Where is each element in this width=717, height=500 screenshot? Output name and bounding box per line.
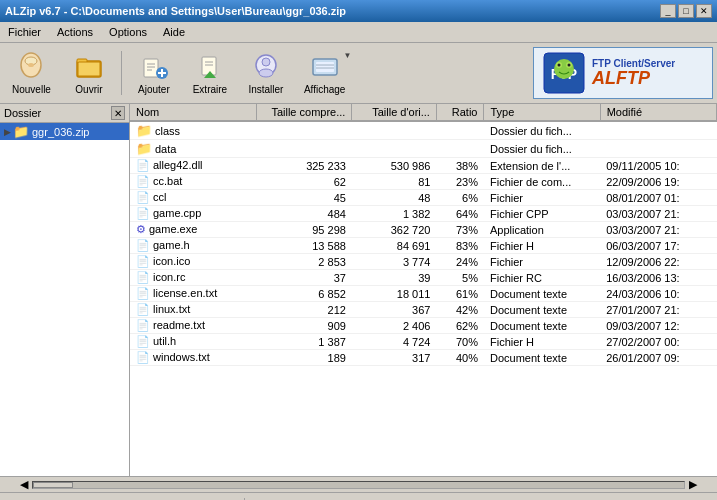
svg-point-30: [568, 64, 571, 67]
col-nom[interactable]: Nom: [130, 104, 257, 121]
table-row[interactable]: 📄windows.txt 189 317 40% Document texte …: [130, 350, 717, 366]
cell-size-comp: 62: [257, 174, 352, 190]
minimize-button[interactable]: _: [660, 4, 676, 18]
cell-name: 📄license.en.txt: [130, 286, 257, 302]
file-icon: 📄: [136, 159, 150, 171]
svg-rect-21: [316, 62, 334, 72]
sidebar-item-zip[interactable]: ▶ 📁 ggr_036.zip: [0, 123, 129, 140]
col-size-orig[interactable]: Taille d'ori...: [352, 104, 437, 121]
cell-modified: 06/03/2007 17:: [600, 238, 716, 254]
table-row[interactable]: ⚙game.exe 95 298 362 720 73% Application…: [130, 222, 717, 238]
sidebar-header-label: Dossier: [4, 107, 41, 119]
cell-size-comp: 95 298: [257, 222, 352, 238]
nouvelle-button[interactable]: Nouvelle: [4, 49, 59, 97]
cell-name: 📄game.h: [130, 238, 257, 254]
table-row[interactable]: 📄readme.txt 909 2 406 62% Document texte…: [130, 318, 717, 334]
col-size-comp[interactable]: Taille compre...: [257, 104, 352, 121]
table-row[interactable]: 📄linux.txt 212 367 42% Document texte 27…: [130, 302, 717, 318]
file-icon: 📄: [136, 191, 150, 203]
extraire-button[interactable]: Extraire: [184, 49, 236, 97]
table-row[interactable]: 📁data Dossier du fich...: [130, 140, 717, 158]
menu-bar: Fichier Actions Options Aide: [0, 22, 717, 43]
cell-ratio: 61%: [436, 286, 484, 302]
col-type[interactable]: Type: [484, 104, 600, 121]
cell-size-comp: [257, 121, 352, 140]
sidebar: Dossier ✕ ▶ 📁 ggr_036.zip: [0, 104, 130, 476]
nouvelle-icon: [15, 51, 47, 83]
table-row[interactable]: 📁class Dossier du fich...: [130, 121, 717, 140]
table-row[interactable]: 📄icon.ico 2 853 3 774 24% Fichier 12/09/…: [130, 254, 717, 270]
affichage-button[interactable]: Affichage ▼: [296, 49, 354, 97]
ftp-banner[interactable]: FTP FTP Client/Server ALFTP: [533, 47, 713, 99]
maximize-button[interactable]: □: [678, 4, 694, 18]
cell-size-comp: [257, 140, 352, 158]
cell-modified: 03/03/2007 21:: [600, 206, 716, 222]
cell-name: 📄windows.txt: [130, 350, 257, 366]
window-controls[interactable]: _ □ ✕: [660, 4, 712, 18]
file-icon: 📄: [136, 351, 150, 363]
cell-size-orig: 317: [352, 350, 437, 366]
cell-ratio: 64%: [436, 206, 484, 222]
cell-size-comp: 909: [257, 318, 352, 334]
ftp-subtitle: FTP Client/Server: [592, 58, 675, 69]
file-table: Nom Taille compre... Taille d'ori... Rat…: [130, 104, 717, 366]
cell-ratio: [436, 140, 484, 158]
menu-actions[interactable]: Actions: [49, 24, 101, 40]
table-row[interactable]: 📄ccl 45 48 6% Fichier 08/01/2007 01:: [130, 190, 717, 206]
sidebar-header: Dossier ✕: [0, 104, 129, 123]
cell-name: 📄linux.txt: [130, 302, 257, 318]
cell-size-orig: 367: [352, 302, 437, 318]
ajouter-button[interactable]: Ajouter: [128, 49, 180, 97]
cell-ratio: 73%: [436, 222, 484, 238]
table-row[interactable]: 📄license.en.txt 6 852 18 011 61% Documen…: [130, 286, 717, 302]
file-list[interactable]: Nom Taille compre... Taille d'ori... Rat…: [130, 104, 717, 476]
close-button[interactable]: ✕: [696, 4, 712, 18]
col-modified[interactable]: Modifié: [600, 104, 716, 121]
cell-ratio: 70%: [436, 334, 484, 350]
menu-aide[interactable]: Aide: [155, 24, 193, 40]
cell-ratio: 38%: [436, 158, 484, 174]
table-row[interactable]: 📄alleg42.dll 325 233 530 986 38% Extensi…: [130, 158, 717, 174]
cell-size-orig: 362 720: [352, 222, 437, 238]
cell-modified: [600, 140, 716, 158]
scroll-right-btn[interactable]: ▶: [685, 478, 701, 491]
menu-fichier[interactable]: Fichier: [0, 24, 49, 40]
table-row[interactable]: 📄game.h 13 588 84 691 83% Fichier H 06/0…: [130, 238, 717, 254]
svg-point-19: [259, 69, 273, 77]
cell-type: Fichier: [484, 254, 600, 270]
cell-ratio: 6%: [436, 190, 484, 206]
cell-modified: 22/09/2006 19:: [600, 174, 716, 190]
cell-name: 📄cc.bat: [130, 174, 257, 190]
scroll-thumb[interactable]: [33, 482, 73, 488]
col-ratio[interactable]: Ratio: [436, 104, 484, 121]
menu-options[interactable]: Options: [101, 24, 155, 40]
table-row[interactable]: 📄game.cpp 484 1 382 64% Fichier CPP 03/0…: [130, 206, 717, 222]
scroll-left-btn[interactable]: ◀: [16, 478, 32, 491]
ouvrir-button[interactable]: Ouvrir: [63, 49, 115, 97]
cell-name: 📄util.h: [130, 334, 257, 350]
table-row[interactable]: 📄cc.bat 62 81 23% Fichier de com... 22/0…: [130, 174, 717, 190]
table-row[interactable]: 📄icon.rc 37 39 5% Fichier RC 16/03/2006 …: [130, 270, 717, 286]
scroll-track[interactable]: [32, 481, 685, 489]
ajouter-icon: [138, 51, 170, 83]
cell-modified: 27/02/2007 00:: [600, 334, 716, 350]
cell-size-comp: 2 853: [257, 254, 352, 270]
installer-button[interactable]: Installer: [240, 49, 292, 97]
cell-ratio: 40%: [436, 350, 484, 366]
cell-name: 📁data: [130, 140, 257, 158]
ftp-text-block: FTP Client/Server ALFTP: [592, 58, 675, 89]
svg-point-2: [28, 63, 34, 67]
svg-rect-5: [78, 62, 100, 76]
horizontal-scrollbar[interactable]: ◀ ▶: [0, 476, 717, 492]
table-header: Nom Taille compre... Taille d'ori... Rat…: [130, 104, 717, 121]
installer-label: Installer: [248, 84, 283, 95]
toolbar: Nouvelle Ouvrir Ajouter: [0, 43, 717, 104]
cell-type: Fichier de com...: [484, 174, 600, 190]
cell-size-orig: 39: [352, 270, 437, 286]
folder-icon: 📁: [136, 123, 152, 138]
cell-type: Fichier RC: [484, 270, 600, 286]
ouvrir-icon: [73, 51, 105, 83]
sidebar-close-button[interactable]: ✕: [111, 106, 125, 120]
table-row[interactable]: 📄util.h 1 387 4 724 70% Fichier H 27/02/…: [130, 334, 717, 350]
svg-rect-6: [144, 59, 158, 77]
